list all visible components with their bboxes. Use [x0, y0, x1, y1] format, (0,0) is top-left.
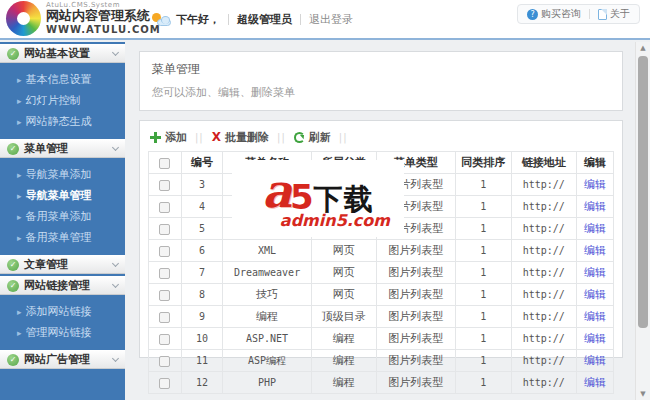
row-checkbox[interactable]: [159, 356, 170, 367]
sidebar: 网站基本设置 基本信息设置 幻灯片控制 网站静态生成 菜单管理 导航菜单添加 导…: [0, 42, 125, 400]
logo: AtuLu.CMS.System 网站内容管理系统 WWW.ATULU.COM: [6, 1, 161, 36]
table-row: 10 ASP.NET 编程 图片列表型 1 http:// 编辑: [149, 328, 614, 350]
table-row: 7 Dreamweaver 网页 图片列表型 1 http:// 编辑: [149, 262, 614, 284]
edit-link[interactable]: 编辑: [584, 244, 606, 257]
batch-delete-button[interactable]: 批量删除: [212, 130, 269, 145]
row-checkbox[interactable]: [159, 202, 170, 213]
check-circle-icon: [7, 354, 19, 366]
vertical-scrollbar: [635, 42, 650, 400]
chevron-down-icon: [112, 260, 119, 267]
sidebar-item-backup-menu-manage[interactable]: 备用菜单管理: [0, 227, 125, 248]
edit-link[interactable]: 编辑: [584, 288, 606, 301]
toolbar-divider: [195, 132, 204, 143]
document-icon: [598, 9, 607, 20]
table-panel: 添加 批量删除 刷新 编号 菜单名称: [139, 120, 623, 358]
refresh-button[interactable]: 刷新: [294, 130, 331, 145]
table-row: 8 技巧 网页 图片列表型 1 http:// 编辑: [149, 284, 614, 306]
check-circle-icon: [7, 280, 19, 292]
row-checkbox[interactable]: [159, 246, 170, 257]
admin5-watermark: a5下载 admin5.com: [232, 160, 404, 237]
row-checkbox[interactable]: [159, 224, 170, 235]
greeting-bar: 下午好， 超级管理员 退出登录: [152, 12, 353, 27]
sidebar-section-link-mgmt[interactable]: 网站链接管理: [0, 276, 125, 295]
purchase-consult-link[interactable]: 购买咨询: [527, 7, 581, 21]
edit-link[interactable]: 编辑: [584, 200, 606, 213]
table-row: 9 编程 顶级目录 图片列表型 1 http:// 编辑: [149, 306, 614, 328]
sidebar-item-add-link[interactable]: 添加网站链接: [0, 301, 125, 322]
edit-link[interactable]: 编辑: [584, 310, 606, 323]
toolbar: 添加 批量删除 刷新: [148, 127, 614, 151]
divider: [228, 14, 229, 25]
chevron-down-icon: [112, 49, 119, 56]
col-edit: 编辑: [576, 152, 613, 174]
app-header: AtuLu.CMS.System 网站内容管理系统 WWW.ATULU.COM …: [0, 0, 650, 40]
row-checkbox[interactable]: [159, 312, 170, 323]
delete-x-icon: [212, 132, 221, 143]
sidebar-item-manage-link[interactable]: 管理网站链接: [0, 322, 125, 343]
sidebar-item-basic-info[interactable]: 基本信息设置: [0, 69, 125, 90]
sidebar-section-site-settings[interactable]: 网站基本设置: [0, 44, 125, 63]
sidebar-item-nav-menu-add[interactable]: 导航菜单添加: [0, 164, 125, 185]
check-circle-icon: [7, 259, 19, 271]
check-circle-icon: [7, 143, 19, 155]
page-subtitle: 您可以添加、编辑、删除菜单: [152, 85, 610, 100]
pinwheel-logo-icon: [6, 1, 41, 36]
table-row: 12 PHP 编程 图片列表型 1 http:// 编辑: [149, 372, 614, 394]
col-sort: 同类排序: [455, 152, 511, 174]
scroll-down-arrow-icon[interactable]: [636, 390, 650, 398]
sidebar-section-article-mgmt[interactable]: 文章管理: [0, 255, 125, 274]
sidebar-section-ad-mgmt[interactable]: 网站广告管理: [0, 350, 125, 369]
sidebar-item-nav-menu-manage[interactable]: 导航菜单管理: [0, 185, 125, 206]
table-row: 11 ASP编程 编程 图片列表型 1 http:// 编辑: [149, 350, 614, 372]
plus-icon: [150, 132, 161, 143]
add-button[interactable]: 添加: [150, 130, 187, 145]
edit-link[interactable]: 编辑: [584, 222, 606, 235]
edit-link[interactable]: 编辑: [584, 376, 606, 389]
page-header-box: 菜单管理 您可以添加、编辑、删除菜单: [139, 51, 623, 111]
edit-link[interactable]: 编辑: [584, 332, 606, 345]
edit-link[interactable]: 编辑: [584, 178, 606, 191]
col-id: 编号: [181, 152, 223, 174]
sidebar-section-menu-mgmt[interactable]: 菜单管理: [0, 139, 125, 158]
chevron-down-icon: [112, 281, 119, 288]
sidebar-item-slideshow[interactable]: 幻灯片控制: [0, 90, 125, 111]
current-user[interactable]: 超级管理员: [237, 12, 292, 27]
greeting-text: 下午好，: [176, 12, 220, 27]
toolbar-divider: [339, 132, 348, 143]
row-checkbox[interactable]: [159, 180, 170, 191]
row-checkbox[interactable]: [159, 378, 170, 389]
watermark-site: admin5.com: [280, 211, 404, 230]
divider: [589, 9, 590, 19]
row-checkbox[interactable]: [159, 268, 170, 279]
about-link[interactable]: 关于: [598, 7, 630, 21]
chevron-down-icon: [112, 144, 119, 151]
logout-link[interactable]: 退出登录: [309, 12, 353, 27]
row-checkbox[interactable]: [159, 290, 170, 301]
help-icon: [527, 9, 538, 20]
chevron-down-icon: [112, 355, 119, 362]
select-all-checkbox[interactable]: [159, 158, 170, 169]
toolbar-divider: [277, 132, 286, 143]
row-checkbox[interactable]: [159, 334, 170, 345]
brand-title: 网站内容管理系统: [46, 9, 161, 24]
table-row: 6 XML 网页 图片列表型 1 http:// 编辑: [149, 240, 614, 262]
scroll-up-arrow-icon[interactable]: [636, 44, 650, 52]
watermark-a-swoosh: a: [262, 168, 292, 214]
scrollbar-thumb[interactable]: [638, 56, 648, 328]
pagination: 1 2 3: [148, 394, 614, 400]
sidebar-item-backup-menu-add[interactable]: 备用菜单添加: [0, 206, 125, 227]
page-title: 菜单管理: [152, 61, 610, 78]
weather-sun-cloud-icon: [152, 13, 171, 26]
top-links: 购买咨询 关于: [517, 4, 640, 24]
check-circle-icon: [7, 48, 19, 60]
edit-link[interactable]: 编辑: [584, 266, 606, 279]
sidebar-item-static-gen[interactable]: 网站静态生成: [0, 111, 125, 132]
divider: [300, 14, 301, 25]
refresh-icon: [294, 132, 305, 143]
edit-link[interactable]: 编辑: [584, 354, 606, 367]
col-url: 链接地址: [511, 152, 576, 174]
brand-url: WWW.ATULU.COM: [46, 24, 161, 36]
